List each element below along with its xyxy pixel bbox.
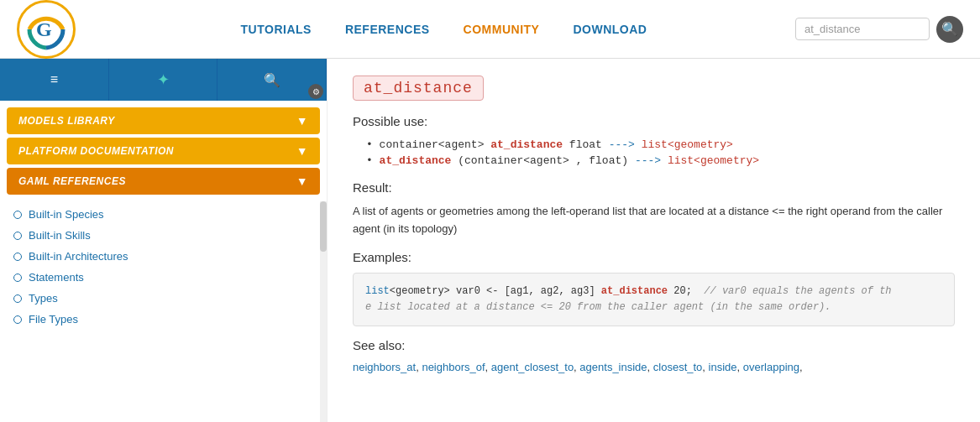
scrollbar-thumb[interactable]	[320, 201, 327, 252]
nav-tutorials[interactable]: TUTORIALS	[241, 23, 312, 36]
models-library-button[interactable]: MODELS LIBRARY ▼	[7, 107, 320, 134]
arrow-icon-1: ▼	[296, 144, 308, 158]
header: G TUTORIALS REFERENCES COMMUNITY DOWNLOA…	[0, 0, 980, 59]
see-also-links: neighbors_at, neighbors_of, agent_closes…	[353, 361, 955, 373]
bullet-icon-5	[13, 315, 22, 324]
search-input[interactable]	[795, 18, 930, 40]
explore-icon: ✦	[157, 70, 170, 89]
platform-docs-button[interactable]: PLATFORM DOCUMENTATION ▼	[7, 138, 320, 164]
link-inside[interactable]: inside	[709, 361, 737, 373]
examples-label: Examples:	[353, 250, 955, 264]
search-area: 🔍	[795, 16, 963, 43]
nav-references[interactable]: REFERENCES	[345, 23, 430, 36]
sidebar-list: Built-in Species Built-in Skills Built-i…	[0, 201, 327, 422]
result-section: Result: A list of agents or geometries a…	[353, 180, 955, 238]
result-label: Result:	[353, 180, 955, 195]
main-layout: ≡ ✦ 🔍 ⚙ MODELS LIBRARY ▼ PLATFORM DOCUME…	[0, 59, 980, 422]
gear-icon: ⚙	[308, 84, 323, 99]
sidebar-tab-explore[interactable]: ✦	[109, 59, 218, 101]
see-also-label: See also:	[353, 338, 955, 352]
list-item-types[interactable]: Types	[13, 289, 313, 308]
bullet-icon-3	[13, 274, 22, 282]
search-button[interactable]: 🔍	[936, 16, 963, 43]
sidebar-menu: MODELS LIBRARY ▼ PLATFORM DOCUMENTATION …	[0, 101, 327, 201]
list-item-built-in-skills[interactable]: Built-in Skills	[13, 226, 313, 245]
link-neighbors-at[interactable]: neighbors_at	[353, 361, 416, 373]
sidebar-tabs: ≡ ✦ 🔍 ⚙	[0, 59, 327, 101]
content: at_distance Possible use: container<agen…	[328, 59, 980, 422]
link-closest-to[interactable]: closest_to	[653, 361, 703, 373]
list-item-built-in-species[interactable]: Built-in Species	[13, 205, 313, 224]
nav-download[interactable]: DOWNLOAD	[573, 23, 647, 36]
bullet-icon-4	[13, 294, 22, 303]
examples-section: Examples: list<geometry> var0 <- [ag1, a…	[353, 250, 955, 326]
result-text: A list of agents or geometries among the…	[353, 203, 955, 238]
link-overlapping[interactable]: overlapping	[743, 361, 799, 373]
list-item-statements[interactable]: Statements	[13, 268, 313, 287]
search-icon: 🔍	[264, 72, 280, 88]
function-title: at_distance	[353, 76, 484, 101]
svg-text:G: G	[36, 18, 52, 40]
menu-icon: ≡	[50, 72, 58, 87]
nav: TUTORIALS REFERENCES COMMUNITY DOWNLOAD	[92, 23, 795, 36]
see-also-section: See also: neighbors_at, neighbors_of, ag…	[353, 338, 955, 373]
signature-2: at_distance (container<agent> , float) -…	[366, 153, 955, 169]
logo: G	[17, 0, 76, 59]
sidebar-tab-menu[interactable]: ≡	[0, 59, 109, 101]
bullet-icon-0	[13, 211, 22, 219]
arrow-icon-2: ▼	[296, 175, 308, 188]
logo-area: G	[17, 0, 92, 59]
scrollbar-track	[320, 201, 327, 422]
link-neighbors-of[interactable]: neighbors_of	[422, 361, 485, 373]
nav-community[interactable]: COMMUNITY	[464, 23, 540, 36]
bullet-icon-1	[13, 232, 22, 240]
code-line-2: e list located at a distance <= 20 from …	[365, 300, 942, 315]
signature-1: container<agent> at_distance float ---> …	[366, 137, 955, 153]
link-agent-closest-to[interactable]: agent_closest_to	[491, 361, 574, 373]
code-line-1: list<geometry> var0 <- [ag1, ag2, ag3] a…	[365, 284, 942, 300]
possible-use-label: Possible use:	[353, 114, 955, 128]
sidebar: ≡ ✦ 🔍 ⚙ MODELS LIBRARY ▼ PLATFORM DOCUME…	[0, 59, 328, 422]
list-item-built-in-architectures[interactable]: Built-in Architectures	[13, 247, 313, 266]
arrow-icon-0: ▼	[296, 114, 308, 128]
signatures-list: container<agent> at_distance float ---> …	[353, 137, 955, 169]
gaml-references-button[interactable]: GAML REFERENCES ▼	[7, 168, 320, 195]
bullet-icon-2	[13, 253, 22, 261]
list-item-file-types[interactable]: File Types	[13, 310, 313, 329]
link-agents-inside[interactable]: agents_inside	[579, 361, 647, 373]
code-block: list<geometry> var0 <- [ag1, ag2, ag3] a…	[353, 273, 955, 326]
